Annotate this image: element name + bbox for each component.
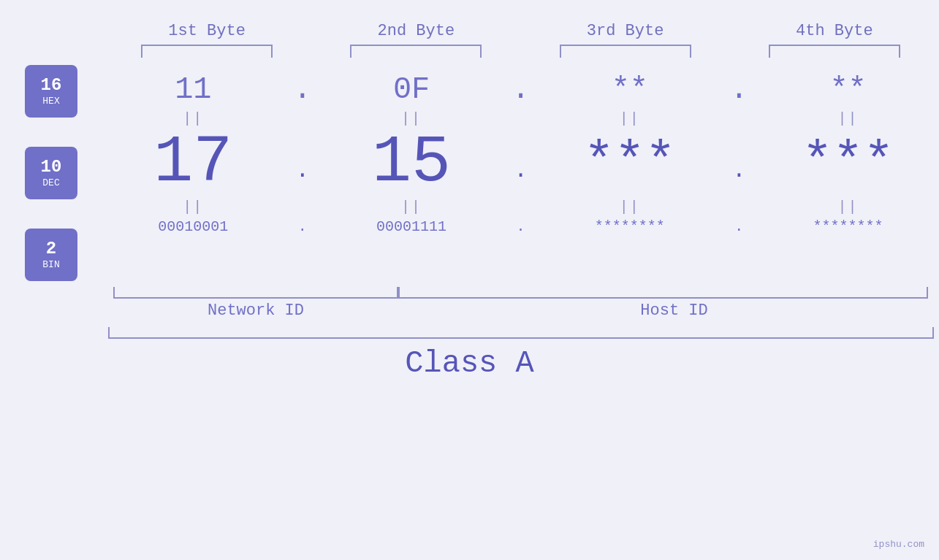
dec-cell-2: 15	[321, 130, 503, 196]
bin-badge: 2 BIN	[25, 229, 77, 281]
dec-val-4: ***	[802, 137, 894, 188]
data-grid: 11 . 0F . ** . **	[102, 65, 939, 281]
dec-dot-3: .	[732, 157, 746, 184]
eq-sign-5: ||	[183, 199, 203, 215]
network-id-label: Network ID	[102, 302, 409, 320]
bracket-cell-4	[730, 45, 939, 58]
dec-badge-label: DEC	[42, 177, 59, 188]
bin-sep-2: .	[503, 218, 539, 235]
eq-cell-2: ||	[321, 110, 503, 127]
badges-column: 16 HEX 10 DEC 2 BIN	[0, 65, 102, 281]
bin-badge-label: BIN	[42, 259, 59, 270]
dec-dot-1: .	[295, 157, 309, 184]
dec-cell-3: ***	[539, 137, 721, 188]
byte-label-3: 3rd Byte	[521, 22, 730, 40]
hex-row: 11 . 0F . ** . **	[102, 72, 939, 107]
hex-val-3: **	[612, 72, 648, 107]
id-labels-row: Network ID Host ID	[102, 302, 939, 320]
top-bracket-3	[560, 45, 691, 58]
bin-row: 00010001 . 00001111 . ******** .	[102, 218, 939, 235]
hex-dot-3: .	[730, 72, 748, 107]
dec-sep-1: .	[284, 157, 321, 169]
hex-sep-2: .	[503, 72, 539, 107]
dec-val-1: 17	[153, 130, 232, 196]
bin-val-2: 00001111	[376, 218, 446, 235]
network-id-bracket	[113, 287, 398, 299]
eq-sign-3: ||	[620, 110, 640, 127]
bin-dot-1: .	[298, 218, 307, 235]
host-id-bracket	[398, 287, 928, 299]
eq-sign-2: ||	[401, 110, 422, 127]
hex-val-2: 0F	[393, 72, 430, 107]
dec-val-2: 15	[372, 130, 451, 196]
bin-cell-2: 00001111	[321, 218, 503, 235]
byte-label-4: 4th Byte	[730, 22, 939, 40]
class-label-row: Class A	[0, 346, 939, 381]
hex-val-1: 11	[175, 72, 211, 107]
hex-val-4: **	[829, 72, 866, 107]
dec-val-3: ***	[584, 137, 676, 188]
bracket-cell-3	[521, 45, 730, 58]
dec-sep-2: .	[503, 157, 539, 169]
main-container: 1st Byte 2nd Byte 3rd Byte 4th Byte 16 H…	[0, 0, 939, 560]
dec-badge-number: 10	[41, 158, 62, 176]
bin-val-1: 00010001	[158, 218, 228, 235]
bin-cell-3: ********	[539, 218, 721, 235]
dec-row: 17 . 15 . *** . ***	[102, 130, 939, 196]
bin-dot-2: .	[516, 218, 525, 235]
hex-badge-number: 16	[41, 77, 62, 94]
byte-labels-row: 1st Byte 2nd Byte 3rd Byte 4th Byte	[0, 22, 939, 40]
hex-badge-label: HEX	[42, 96, 59, 107]
dec-badge: 10 DEC	[25, 147, 77, 199]
class-bracket	[108, 327, 934, 339]
bottom-bracket-area	[102, 287, 939, 299]
class-label: Class A	[405, 346, 533, 381]
dec-cell-1: 17	[102, 130, 284, 196]
dec-cell-4: ***	[757, 137, 939, 188]
eq-cell-1: ||	[102, 110, 284, 127]
bin-sep-3: .	[721, 218, 757, 235]
watermark: ipshu.com	[873, 539, 924, 550]
dec-sep-3: .	[721, 157, 757, 169]
eq-cell-3: ||	[539, 110, 721, 127]
eq-cell-6: ||	[321, 199, 503, 215]
hex-cell-1: 11	[102, 72, 284, 107]
eq-sign-4: ||	[838, 110, 859, 127]
bin-cell-4: ********	[757, 218, 939, 235]
bin-val-4: ********	[813, 218, 883, 235]
hex-cell-2: 0F	[321, 72, 503, 107]
content-area: 16 HEX 10 DEC 2 BIN 11 .	[0, 65, 939, 281]
bin-dot-3: .	[734, 218, 743, 235]
eq-sign-7: ||	[620, 199, 640, 215]
hex-sep-1: .	[284, 72, 321, 107]
byte-label-1: 1st Byte	[102, 22, 311, 40]
equals-row-2: || || || ||	[102, 199, 939, 215]
bracket-cell-1	[102, 45, 311, 58]
eq-cell-4: ||	[757, 110, 939, 127]
top-bracket-row	[0, 45, 939, 58]
bin-sep-1: .	[284, 218, 321, 235]
eq-cell-5: ||	[102, 199, 284, 215]
eq-cell-8: ||	[757, 199, 939, 215]
top-bracket-4	[769, 45, 900, 58]
top-bracket-2	[350, 45, 482, 58]
hex-badge: 16 HEX	[25, 65, 77, 118]
dec-dot-2: .	[514, 157, 528, 184]
hex-sep-3: .	[721, 72, 757, 107]
hex-dot-1: .	[293, 72, 311, 107]
hex-cell-4: **	[757, 72, 939, 107]
equals-row-1: || || || ||	[102, 110, 939, 127]
eq-sign-1: ||	[183, 110, 203, 127]
top-bracket-1	[141, 45, 273, 58]
host-id-label: Host ID	[409, 302, 939, 320]
eq-sign-8: ||	[838, 199, 859, 215]
bin-badge-number: 2	[46, 240, 56, 258]
eq-cell-7: ||	[539, 199, 721, 215]
bin-cell-1: 00010001	[102, 218, 284, 235]
bin-val-3: ********	[595, 218, 665, 235]
eq-sign-6: ||	[401, 199, 422, 215]
byte-label-2: 2nd Byte	[311, 22, 520, 40]
bracket-cell-2	[311, 45, 520, 58]
hex-dot-2: .	[512, 72, 530, 107]
hex-cell-3: **	[539, 72, 721, 107]
